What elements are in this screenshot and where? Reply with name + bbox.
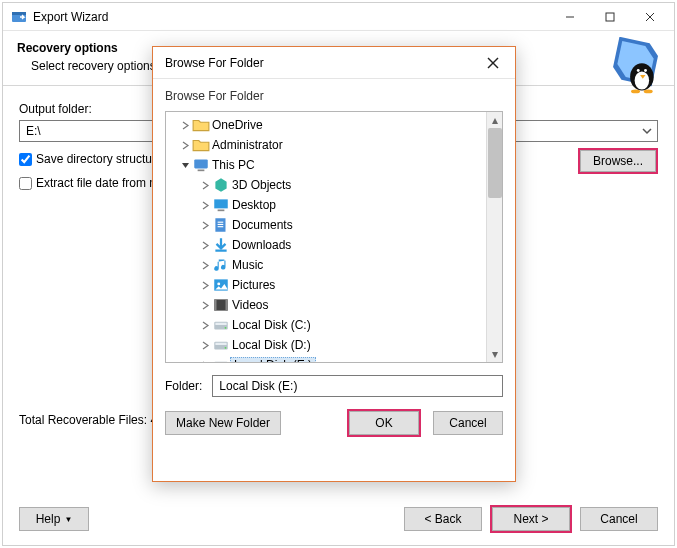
dialog-cancel-button[interactable]: Cancel	[433, 411, 503, 435]
dialog-titlebar: Browse For Folder	[153, 47, 515, 79]
tree-node-label: Local Disk (C:)	[230, 318, 313, 332]
tree-node-icon	[212, 176, 230, 194]
svg-rect-25	[215, 250, 226, 252]
tree-node[interactable]: Documents	[168, 215, 484, 235]
tree-node-icon	[212, 216, 230, 234]
tree-node[interactable]: Videos	[168, 295, 484, 315]
tree-node-icon	[212, 316, 230, 334]
tree-caret-icon[interactable]	[198, 241, 212, 250]
tree-caret-icon[interactable]	[178, 141, 192, 150]
tree-caret-icon[interactable]	[198, 261, 212, 270]
tree-node-label: Documents	[230, 218, 295, 232]
tree-node-label: Pictures	[230, 278, 277, 292]
tree-node[interactable]: Desktop	[168, 195, 484, 215]
window-title: Export Wizard	[33, 10, 550, 24]
browse-button[interactable]: Browse...	[580, 150, 656, 172]
tree-node-label: OneDrive	[210, 118, 265, 132]
tree-node-icon	[212, 296, 230, 314]
tree-node[interactable]: Downloads	[168, 235, 484, 255]
scroll-up-icon[interactable]: ▴	[487, 112, 502, 128]
tree-scrollbar[interactable]: ▴ ▾	[486, 112, 502, 362]
tree-node-icon	[212, 356, 230, 362]
tree-node[interactable]: Local Disk (D:)	[168, 335, 484, 355]
back-button[interactable]: < Back	[404, 507, 482, 531]
svg-point-36	[225, 347, 227, 349]
tree-node[interactable]: Local Disk (E:)	[168, 355, 484, 362]
folder-field-label: Folder:	[165, 379, 202, 393]
tree-node[interactable]: This PC	[168, 155, 484, 175]
tree-caret-icon[interactable]	[198, 221, 212, 230]
svg-point-10	[637, 69, 640, 72]
tree-caret-icon[interactable]	[178, 161, 192, 170]
svg-rect-23	[218, 224, 224, 225]
dialog-instruction: Browse For Folder	[153, 79, 515, 111]
tree-caret-icon[interactable]	[178, 121, 192, 130]
tree-node-label: This PC	[210, 158, 257, 172]
tree-node[interactable]: Pictures	[168, 275, 484, 295]
extract-file-date-checkbox[interactable]	[19, 177, 32, 190]
svg-rect-29	[214, 299, 216, 310]
tree-node-label: Music	[230, 258, 265, 272]
dialog-footer: Make New Folder OK Cancel	[153, 397, 515, 449]
tree-node-icon	[212, 196, 230, 214]
save-dir-structure-label: Save directory structure	[36, 152, 163, 166]
close-button[interactable]	[630, 5, 670, 29]
cancel-button[interactable]: Cancel	[580, 507, 658, 531]
tree-node-label: Downloads	[230, 238, 293, 252]
svg-rect-19	[214, 199, 228, 208]
tree-node-icon	[212, 276, 230, 294]
next-button[interactable]: Next >	[492, 507, 570, 531]
svg-rect-35	[215, 343, 226, 345]
tree-node-label: 3D Objects	[230, 178, 293, 192]
tree-node-icon	[192, 136, 210, 154]
dialog-close-button[interactable]	[479, 49, 507, 77]
caret-down-icon: ▼	[64, 515, 72, 524]
make-new-folder-button[interactable]: Make New Folder	[165, 411, 281, 435]
total-recoverable-label: Total Recoverable Files: 41	[19, 413, 164, 427]
folder-field-input[interactable]	[212, 375, 503, 397]
svg-rect-18	[198, 170, 205, 172]
tree-caret-icon[interactable]	[198, 341, 212, 350]
svg-point-33	[225, 327, 227, 329]
scrollbar-thumb[interactable]	[488, 128, 502, 198]
wizard-footer: Help ▼ < Back Next > Cancel	[19, 507, 658, 531]
folder-tree: OneDriveAdministratorThis PC3D ObjectsDe…	[165, 111, 503, 363]
app-icon	[11, 9, 27, 25]
tree-node-icon	[192, 156, 210, 174]
minimize-button[interactable]	[550, 5, 590, 29]
svg-rect-32	[215, 323, 226, 325]
svg-rect-1	[12, 12, 26, 15]
titlebar: Export Wizard	[3, 3, 674, 31]
tree-node-icon	[212, 336, 230, 354]
svg-rect-3	[606, 13, 614, 21]
tree-caret-icon[interactable]	[198, 321, 212, 330]
tree-node-label: Local Disk (D:)	[230, 338, 313, 352]
svg-rect-30	[226, 299, 228, 310]
tree-caret-icon[interactable]	[198, 201, 212, 210]
tree-node[interactable]: Administrator	[168, 135, 484, 155]
tree-node[interactable]: 3D Objects	[168, 175, 484, 195]
tree-caret-icon[interactable]	[198, 301, 212, 310]
svg-point-11	[644, 69, 647, 72]
svg-point-27	[217, 282, 220, 285]
ok-button[interactable]: OK	[349, 411, 419, 435]
svg-rect-17	[194, 159, 208, 168]
svg-rect-22	[218, 222, 224, 223]
save-dir-structure-checkbox[interactable]	[19, 153, 32, 166]
help-button[interactable]: Help ▼	[19, 507, 89, 531]
tree-caret-icon[interactable]	[198, 281, 212, 290]
dialog-title: Browse For Folder	[165, 56, 479, 70]
maximize-button[interactable]	[590, 5, 630, 29]
tree-caret-icon[interactable]	[198, 361, 212, 363]
tree-node-label: Local Disk (E:)	[230, 357, 316, 362]
tree-node-icon	[192, 116, 210, 134]
tree-node[interactable]: Local Disk (C:)	[168, 315, 484, 335]
tree-node-icon	[212, 236, 230, 254]
tree-node[interactable]: Music	[168, 255, 484, 275]
tree-node-label: Desktop	[230, 198, 278, 212]
scroll-down-icon[interactable]: ▾	[487, 346, 502, 362]
tree-node[interactable]: OneDrive	[168, 115, 484, 135]
folder-tree-viewport[interactable]: OneDriveAdministratorThis PC3D ObjectsDe…	[166, 112, 486, 362]
tree-caret-icon[interactable]	[198, 181, 212, 190]
tree-node-label: Administrator	[210, 138, 285, 152]
